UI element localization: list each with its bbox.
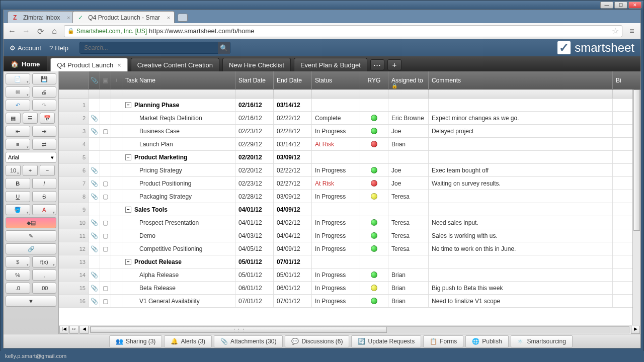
attachment-cell[interactable] xyxy=(89,138,100,150)
status-cell[interactable] xyxy=(312,151,360,163)
end-date-cell[interactable]: 03/14/12 xyxy=(274,138,312,150)
mail-button[interactable]: ✉▾ xyxy=(6,86,30,98)
status-cell[interactable]: In Progress xyxy=(312,268,360,281)
ryg-cell[interactable] xyxy=(360,229,388,242)
attachment-cell[interactable]: 📎 xyxy=(89,282,100,294)
assigned-cell[interactable]: Teresa xyxy=(388,216,429,229)
search-input[interactable] xyxy=(80,44,218,51)
attachment-cell[interactable]: 📎 xyxy=(89,229,100,242)
task-cell[interactable]: Beta Release xyxy=(122,282,235,294)
end-date-cell[interactable]: 02/22/12 xyxy=(274,164,312,176)
ryg-cell[interactable] xyxy=(360,151,388,163)
comment-cell[interactable] xyxy=(429,203,613,216)
attachment-cell[interactable] xyxy=(89,203,100,216)
close-icon[interactable]: × xyxy=(167,15,170,21)
discussion-cell[interactable] xyxy=(100,268,111,281)
attachment-cell[interactable]: 📎 xyxy=(89,295,100,307)
discussion-cell[interactable]: ▢ xyxy=(100,295,111,307)
smartsourcing-button[interactable]: ⚛Smartsourcing xyxy=(511,335,573,347)
comments-column-header[interactable]: Comments xyxy=(429,71,613,89)
discussion-cell[interactable]: ▢ xyxy=(100,177,111,190)
attachment-cell[interactable] xyxy=(89,151,100,163)
publish-button[interactable]: 🌐Publish xyxy=(465,335,508,347)
assigned-cell[interactable]: Teresa xyxy=(388,242,429,255)
horizontal-scrollbar[interactable]: |◀ ⇿ ◀ ⋮⋮⋮ ▶ xyxy=(59,325,640,334)
info-cell[interactable] xyxy=(111,216,122,229)
start-date-cell[interactable]: 04/03/12 xyxy=(235,229,274,242)
end-date-cell[interactable]: 03/14/12 xyxy=(274,99,312,111)
comment-cell[interactable] xyxy=(429,255,613,268)
assigned-cell[interactable] xyxy=(388,151,429,163)
comment-cell[interactable]: Sales is working with us. xyxy=(429,229,613,242)
link-button[interactable]: 🔗 xyxy=(6,243,56,254)
status-cell[interactable] xyxy=(312,99,360,111)
status-cell[interactable]: In Progress xyxy=(312,164,360,176)
task-cell[interactable]: Alpha Release xyxy=(122,268,235,281)
print-button[interactable]: 🖨 xyxy=(32,86,57,98)
task-cell[interactable]: V1 General Availability xyxy=(122,295,235,307)
task-cell[interactable]: −Product Release xyxy=(122,255,235,268)
fill-color-button[interactable]: 🪣▾ xyxy=(6,204,30,215)
ryg-cell[interactable] xyxy=(360,138,388,150)
task-cell[interactable]: Product Positioning xyxy=(122,177,235,190)
attachment-cell[interactable] xyxy=(89,255,100,268)
table-row[interactable]: 11📎▢Demo04/03/1204/04/12In ProgressTeres… xyxy=(59,229,640,242)
table-row[interactable]: 10📎▢Prospect Presentation04/01/1204/02/1… xyxy=(59,216,640,229)
assigned-cell[interactable]: Joe xyxy=(388,164,429,176)
discussion-cell[interactable] xyxy=(100,112,111,124)
new-sheet-button[interactable]: 📄▾ xyxy=(6,73,30,84)
comment-cell[interactable] xyxy=(429,99,613,111)
table-row[interactable]: 14📎Alpha Release05/01/1205/01/12In Progr… xyxy=(59,268,640,282)
start-date-cell[interactable]: 05/01/12 xyxy=(235,255,274,268)
info-cell[interactable] xyxy=(111,268,122,281)
back-button[interactable]: ← xyxy=(8,27,17,36)
table-row[interactable]: 3📎▢Business Case02/23/1202/28/12In Progr… xyxy=(59,125,640,138)
sharing-button[interactable]: 👥Sharing (3) xyxy=(109,335,162,347)
assigned-cell[interactable] xyxy=(388,255,429,268)
end-date-cell[interactable]: 02/22/12 xyxy=(274,112,312,124)
end-date-cell[interactable]: 03/09/12 xyxy=(274,190,312,203)
task-column-header[interactable]: Task Name xyxy=(122,71,235,89)
comment-cell[interactable]: Expect minor changes as we go. xyxy=(429,112,613,124)
discussion-cell[interactable] xyxy=(100,203,111,216)
more-tabs-button[interactable]: ⋯ xyxy=(370,59,384,70)
end-date-cell[interactable]: 06/01/12 xyxy=(274,282,312,294)
task-cell[interactable]: Demo xyxy=(122,229,235,242)
table-row[interactable]: 9−Sales Tools04/01/1204/09/12 xyxy=(59,203,640,216)
attachment-cell[interactable]: 📎 xyxy=(89,125,100,137)
assigned-cell[interactable]: Teresa xyxy=(388,229,429,242)
vertical-scrollbar[interactable] xyxy=(632,89,640,325)
increase-decimal-button[interactable]: .00 xyxy=(32,283,57,294)
status-cell[interactable]: In Progress xyxy=(312,282,360,294)
task-cell[interactable]: Market Reqts Definition xyxy=(122,112,235,124)
discussion-cell[interactable]: ▢ xyxy=(100,282,111,294)
conditional-format-button[interactable]: ◆▤ xyxy=(6,217,56,228)
search-button[interactable]: 🔍 xyxy=(218,42,230,54)
info-cell[interactable] xyxy=(111,125,122,137)
scroll-first-button[interactable]: |◀ xyxy=(59,326,68,334)
task-cell[interactable]: −Planning Phase xyxy=(122,99,235,111)
scroll-right-button[interactable]: ▶ xyxy=(631,326,640,334)
info-cell[interactable] xyxy=(111,112,122,124)
status-cell[interactable]: At Risk xyxy=(312,138,360,150)
info-cell[interactable] xyxy=(111,242,122,255)
info-cell[interactable] xyxy=(111,255,122,268)
ryg-cell[interactable] xyxy=(360,268,388,281)
assigned-cell[interactable]: Brian xyxy=(388,138,429,150)
assigned-cell[interactable]: Teresa xyxy=(388,190,429,203)
extra-column-header[interactable]: Bi xyxy=(613,71,640,89)
window-maximize-button[interactable]: ☐ xyxy=(614,2,627,9)
task-cell[interactable]: Competitive Positioning xyxy=(122,242,235,255)
status-cell[interactable]: In Progress xyxy=(312,190,360,203)
attachment-column-header[interactable]: 📎 xyxy=(89,71,100,89)
ryg-cell[interactable] xyxy=(360,295,388,307)
comment-cell[interactable]: Big push to Beta this week xyxy=(429,282,613,294)
info-cell[interactable] xyxy=(111,164,122,176)
status-cell[interactable]: In Progress xyxy=(312,125,360,137)
window-close-button[interactable]: ✕ xyxy=(628,2,641,9)
start-date-cell[interactable]: 02/29/12 xyxy=(235,138,274,150)
assigned-cell[interactable] xyxy=(388,203,429,216)
discussions-button[interactable]: 💬Discussions (6) xyxy=(285,335,349,347)
task-cell[interactable]: Packaging Strategy xyxy=(122,190,235,203)
currency-button[interactable]: $▾ xyxy=(6,256,30,267)
